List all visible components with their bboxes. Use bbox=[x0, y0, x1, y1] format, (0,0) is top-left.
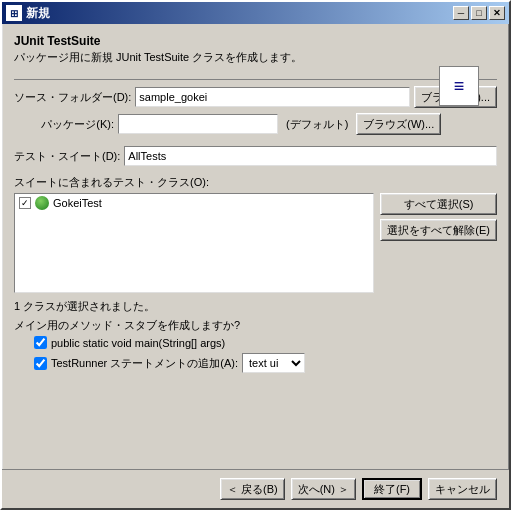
package-input[interactable] bbox=[118, 114, 278, 134]
list-buttons: すべて選択(S) 選択をすべて解除(E) bbox=[380, 193, 497, 293]
source-folder-label: ソース・フォルダー(D): bbox=[14, 90, 131, 105]
wizard-icon: ≡ bbox=[439, 66, 479, 106]
package-label: パッケージ(K): bbox=[14, 117, 114, 132]
wizard-description: パッケージ用に新規 JUnit TestSuite クラスを作成します。 bbox=[14, 50, 497, 65]
item-icon bbox=[35, 196, 49, 210]
status-text: 1 クラスが選択されました。 bbox=[14, 299, 497, 314]
testrunner-row: TestRunner ステートメントの追加(A): text ui swingu… bbox=[34, 353, 497, 373]
close-button[interactable]: ✕ bbox=[489, 6, 505, 20]
test-suite-label: テスト・スイート(D): bbox=[14, 149, 120, 164]
list-area: ✓ GokeiTest すべて選択(S) 選択をすべて解除(E) bbox=[14, 193, 497, 293]
main-window: ⊞ 新規 ─ □ ✕ JUnit TestSuite パッケージ用に新規 JUn… bbox=[0, 0, 511, 510]
next-button[interactable]: 次へ(N) ＞ bbox=[291, 478, 356, 500]
class-list-label: スイートに含まれるテスト・クラス(O): bbox=[14, 175, 497, 190]
public-static-label: public static void main(String[] args) bbox=[51, 337, 225, 349]
package-hint: (デフォルト) bbox=[282, 117, 352, 132]
finish-button[interactable]: 終了(F) bbox=[362, 478, 422, 500]
wizard-icon-symbol: ≡ bbox=[454, 76, 465, 97]
window-title: 新規 bbox=[26, 5, 453, 22]
wizard-header: JUnit TestSuite パッケージ用に新規 JUnit TestSuit… bbox=[14, 34, 497, 65]
testrunner-select[interactable]: text ui swingui awtui bbox=[242, 353, 305, 373]
window-icon: ⊞ bbox=[6, 5, 22, 21]
bottom-bar: ＜ 戻る(B) 次へ(N) ＞ 終了(F) キャンセル bbox=[2, 469, 509, 508]
options-section: メイン用のメソッド・スタブを作成しますか? public static void… bbox=[14, 318, 497, 377]
back-button[interactable]: ＜ 戻る(B) bbox=[220, 478, 285, 500]
class-list-box[interactable]: ✓ GokeiTest bbox=[14, 193, 374, 293]
source-folder-input[interactable] bbox=[135, 87, 410, 107]
select-all-button[interactable]: すべて選択(S) bbox=[380, 193, 497, 215]
header-section: JUnit TestSuite パッケージ用に新規 JUnit TestSuit… bbox=[14, 34, 497, 73]
package-row: パッケージ(K): (デフォルト) ブラウズ(W)... bbox=[14, 113, 497, 135]
deselect-all-button[interactable]: 選択をすべて解除(E) bbox=[380, 219, 497, 241]
source-folder-row: ソース・フォルダー(D): ブラウズ(O)... bbox=[14, 86, 497, 108]
cancel-button[interactable]: キャンセル bbox=[428, 478, 497, 500]
browse2-button[interactable]: ブラウズ(W)... bbox=[356, 113, 441, 135]
wizard-title: JUnit TestSuite bbox=[14, 34, 497, 48]
list-item[interactable]: ✓ GokeiTest bbox=[15, 194, 373, 212]
content-area: JUnit TestSuite パッケージ用に新規 JUnit TestSuit… bbox=[2, 24, 509, 469]
maximize-button[interactable]: □ bbox=[471, 6, 487, 20]
testrunner-label: TestRunner ステートメントの追加(A): bbox=[51, 356, 238, 371]
item-checkbox[interactable]: ✓ bbox=[19, 197, 31, 209]
item-name: GokeiTest bbox=[53, 197, 102, 209]
header-divider bbox=[14, 79, 497, 80]
public-static-row: public static void main(String[] args) bbox=[34, 336, 497, 349]
title-bar: ⊞ 新規 ─ □ ✕ bbox=[2, 2, 509, 24]
test-suite-input[interactable] bbox=[124, 146, 497, 166]
public-static-checkbox[interactable] bbox=[34, 336, 47, 349]
testrunner-checkbox[interactable] bbox=[34, 357, 47, 370]
main-method-label: メイン用のメソッド・スタブを作成しますか? bbox=[14, 318, 497, 333]
minimize-button[interactable]: ─ bbox=[453, 6, 469, 20]
window-controls: ─ □ ✕ bbox=[453, 6, 505, 20]
test-suite-row: テスト・スイート(D): bbox=[14, 146, 497, 166]
